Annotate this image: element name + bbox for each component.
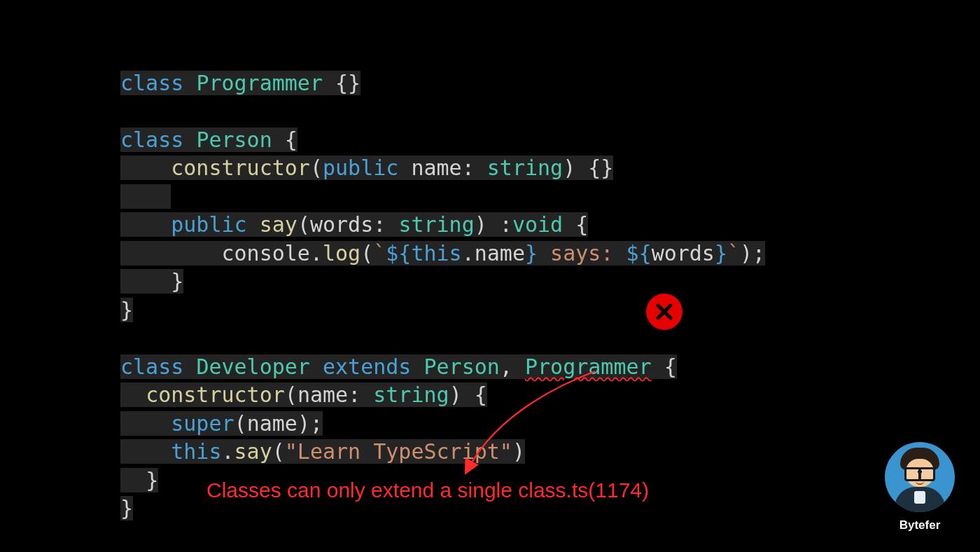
prop-name: name <box>475 241 525 265</box>
type: string <box>398 212 474 237</box>
arg-name: name <box>247 411 298 436</box>
var-words: words <box>652 241 715 265</box>
tmpl-close: } <box>715 241 727 265</box>
paren: ( <box>234 411 247 436</box>
colon: : <box>348 382 373 407</box>
indent <box>120 269 171 294</box>
kw-class: class <box>120 71 196 95</box>
brace-close: } <box>146 468 158 492</box>
paren: ( <box>272 439 285 464</box>
paren-semi: ); <box>740 241 765 265</box>
x-icon <box>654 301 675 322</box>
kw-extends: extends <box>310 354 424 379</box>
fn-log: log <box>323 241 360 265</box>
indent <box>120 212 171 237</box>
kw-this: this <box>171 439 221 464</box>
paren-semi: ); <box>298 411 323 436</box>
braces: {} <box>323 71 360 95</box>
indent <box>120 156 171 180</box>
tmpl-close: } <box>525 241 538 265</box>
paren: ( <box>310 156 323 180</box>
ctor: constructor <box>146 382 285 407</box>
dot: . <box>462 241 475 265</box>
indent <box>120 241 222 265</box>
colon: : <box>462 156 487 180</box>
dot: . <box>310 241 323 265</box>
blank-indent <box>120 184 171 209</box>
error-message: Classes can only extend a single class.t… <box>206 476 649 505</box>
class-name: Programmer <box>196 71 323 95</box>
brace-close: } <box>120 496 133 520</box>
paren: ( <box>298 212 310 237</box>
error-icon <box>646 294 682 330</box>
type: string <box>373 382 449 407</box>
author-badge: Bytefer <box>885 442 955 534</box>
paren: ) <box>512 439 525 464</box>
indent <box>120 411 171 436</box>
brace-close: } <box>171 269 183 294</box>
kw-class: class <box>120 354 196 379</box>
indent <box>120 439 171 464</box>
code-block: class Programmer {} class Person { const… <box>120 41 765 523</box>
base-class: Person <box>424 354 500 379</box>
indent <box>120 382 146 407</box>
method-call: say <box>234 439 272 464</box>
class-name: Person <box>196 127 272 152</box>
brace-open: { <box>652 354 677 379</box>
ctor: constructor <box>171 156 310 180</box>
dot: . <box>222 439 234 464</box>
paren-brace: ) { <box>449 382 487 407</box>
brace-open: { <box>272 127 298 152</box>
param-name: name <box>411 156 461 180</box>
obj-console: console <box>222 241 310 265</box>
kw-public: public <box>323 156 411 180</box>
param-name: words <box>310 212 373 237</box>
tmpl-open: ${ <box>386 241 411 265</box>
kw-this: this <box>411 241 461 265</box>
param-name: name <box>298 382 348 407</box>
tmpl-open: ${ <box>626 241 652 265</box>
comma: , <box>500 354 525 379</box>
paren: ( <box>360 241 373 265</box>
paren: ( <box>285 382 298 407</box>
type: string <box>487 156 563 180</box>
kw-class: class <box>120 127 196 152</box>
str-text: says: <box>538 241 626 265</box>
error-underline-programmer: Programmer <box>525 354 652 379</box>
brace-open: { <box>563 212 588 237</box>
class-name: Developer <box>196 354 310 379</box>
indent <box>120 468 146 492</box>
backtick: ` <box>727 241 740 265</box>
string-literal: "Learn TypeScript" <box>285 439 512 464</box>
backtick: ` <box>373 241 386 265</box>
method-name: say <box>260 212 298 237</box>
paren-braces: ) {} <box>563 156 613 180</box>
kw-public: public <box>171 212 259 237</box>
kw-super: super <box>171 411 234 436</box>
return-type: void <box>512 212 563 237</box>
author-name: Bytefer <box>885 518 955 534</box>
colon: : <box>373 212 398 237</box>
author-avatar <box>885 442 955 512</box>
brace-close: } <box>120 298 133 322</box>
paren-colon: ) : <box>475 212 512 237</box>
